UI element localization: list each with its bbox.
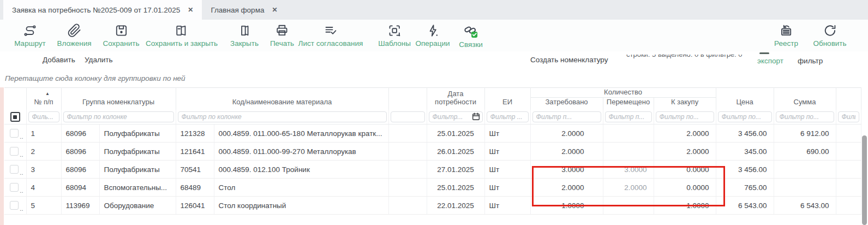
header-date[interactable]: Дата потребности [427,88,484,110]
filter-to-purchase-input[interactable] [656,111,714,122]
filter-tail-input[interactable] [838,111,859,122]
cell-num: 5 [26,197,61,215]
filter-material-input[interactable] [178,111,387,122]
filter-moved-input[interactable] [605,111,652,122]
save-and-close-button[interactable]: Сохранить и закрыть [146,23,218,48]
close-icon[interactable]: ✕ [188,6,193,14]
header-total[interactable]: Сумма [774,88,836,110]
cell-requested: 2.0000 [530,179,603,197]
links-button[interactable]: Связки [459,23,483,49]
cell-mat-name: 000.4859. 011.000-65-180 Металлорукав кр… [214,125,388,143]
header-to-purchase[interactable]: К закупу [654,98,716,110]
filter-toggle-button[interactable]: фильтр [798,57,823,65]
table-row[interactable]: ‥ 5 113969 Оборудование 126041 Стол коор… [4,197,861,215]
header-material[interactable]: Код/наименование материала [176,88,388,110]
approval-sheet-label: Лист согласования [298,39,363,48]
save-close-label: Сохранить и закрыть [146,39,218,48]
drag-handle[interactable]: ‥ [20,206,24,212]
row-checkbox[interactable] [10,165,19,174]
template-frame-icon [387,23,402,38]
cell-unit: Шт [484,179,530,197]
filter-extra-input[interactable] [391,111,425,122]
filter-total-input[interactable] [776,111,834,122]
cell-unit: Шт [484,197,530,215]
close-button[interactable]: Закрыть [230,23,259,48]
header-group-nomenclature[interactable]: Группа номенклатуры [61,88,176,110]
cell-requested: 2.0000 [530,143,603,161]
filter-date-input[interactable] [429,111,483,122]
table-row[interactable]: ‥ 3 68096 Полуфабрикаты 70541 000.4859. … [4,161,861,179]
cell-group-name: Полуфабрикаты [99,161,176,179]
cell-moved [603,197,654,215]
group-by-hint: Перетащите сюда колонку для группировки … [5,74,185,82]
registry-icon [779,23,793,38]
drag-handle[interactable]: ‥ [20,170,24,176]
route-icon [23,23,37,38]
cell-date: 25.01.2025 [427,179,484,197]
cell-total [774,179,836,197]
create-nomenclature-button[interactable]: Создать номенклатуру [530,56,608,64]
print-button[interactable]: Печать [270,23,294,48]
export-button[interactable]: экспорт [757,57,783,65]
row-checkbox[interactable] [10,201,19,210]
drag-handle[interactable]: ‥ [20,134,24,140]
row-checkbox[interactable] [10,147,19,156]
header-extra[interactable] [388,88,427,110]
tab-main-form[interactable]: Главная форма ✕ [202,0,286,20]
cell-to-purchase: 0.0000 [654,161,716,179]
cell-mat-code: 121641 [176,143,214,161]
header-price[interactable]: Цена [716,88,774,110]
filter-unit-input[interactable] [487,111,529,122]
vertical-scrollbar[interactable] [862,135,867,225]
add-row-button[interactable]: Добавить [43,56,75,64]
paperclip-icon [67,23,81,38]
operations-button[interactable]: Операции [415,23,450,48]
select-all-checkbox[interactable] [10,112,20,122]
table-row[interactable]: ‥ 2 68096 Полуфабрикаты 121641 000.4859.… [4,143,861,161]
row-checkbox[interactable] [10,183,19,192]
drag-handle[interactable]: ‥ [20,188,24,194]
cell-to-purchase: 2.0000 [654,125,716,143]
cell-price: 6 543.00 [716,197,774,215]
filter-price-input[interactable] [718,111,772,122]
cell-mat-code: 126041 [176,197,214,215]
cell-total: 6 543.00 [774,197,836,215]
approval-sheet-button[interactable]: Лист согласования [298,23,363,48]
cell-mat-name: 000.4859. 012.100 Тройник [214,161,388,179]
header-moved[interactable]: Перемещено [603,98,654,110]
filter-row [4,110,861,125]
row-checkbox[interactable] [10,129,19,138]
cell-group-code: 68096 [61,161,99,179]
save-button[interactable]: Сохранить [103,23,139,48]
header-unit[interactable]: ЕИ [484,88,530,110]
header-num[interactable]: ▲ № п/п [26,88,61,110]
cell-to-purchase: 2.0000 [654,143,716,161]
requirements-grid: ▲ № п/п Группа номенклатуры Код/наименов… [0,87,868,225]
header-quantity-group: Количество [530,88,716,98]
delete-row-button[interactable]: Удалить [85,56,113,64]
filter-num-input[interactable] [28,111,59,122]
header-requested[interactable]: Затребовано [530,98,603,110]
filter-requested-input[interactable] [532,111,601,122]
table-row[interactable]: ‥ 4 68094 Вспомогательны... 68489 Стол 2… [4,179,861,197]
tab-label: Заявка на потребность №2025-009 от 17.01… [12,6,180,14]
cell-moved: 2.0000 [603,179,654,197]
select-all-cell[interactable] [4,110,26,125]
drag-handle[interactable]: ‥ [20,152,24,158]
templates-button[interactable]: Шаблоны [378,23,411,48]
route-button[interactable]: Маршрут [14,23,46,48]
filter-group-input[interactable] [63,111,174,122]
registry-button[interactable]: Реестр [774,23,798,48]
requirements-table: ▲ № п/п Группа номенклатуры Код/наименов… [4,87,861,215]
attachments-button[interactable]: Вложения [57,23,91,48]
cell-requested: 1.0000 [530,197,603,215]
cell-mat-name: Стол [214,179,388,197]
table-row[interactable]: ‥ 1 68096 Полуфабрикаты 121328 000.4859.… [4,125,861,143]
close-icon[interactable]: ✕ [272,6,277,14]
cell-total: 6 912.00 [774,125,836,143]
tab-request-document[interactable]: Заявка на потребность №2025-009 от 17.01… [3,0,202,20]
cell-unit: Шт [484,161,530,179]
close-label: Закрыть [230,39,259,48]
cell-total [774,161,836,179]
refresh-button[interactable]: Обновить [813,23,846,48]
